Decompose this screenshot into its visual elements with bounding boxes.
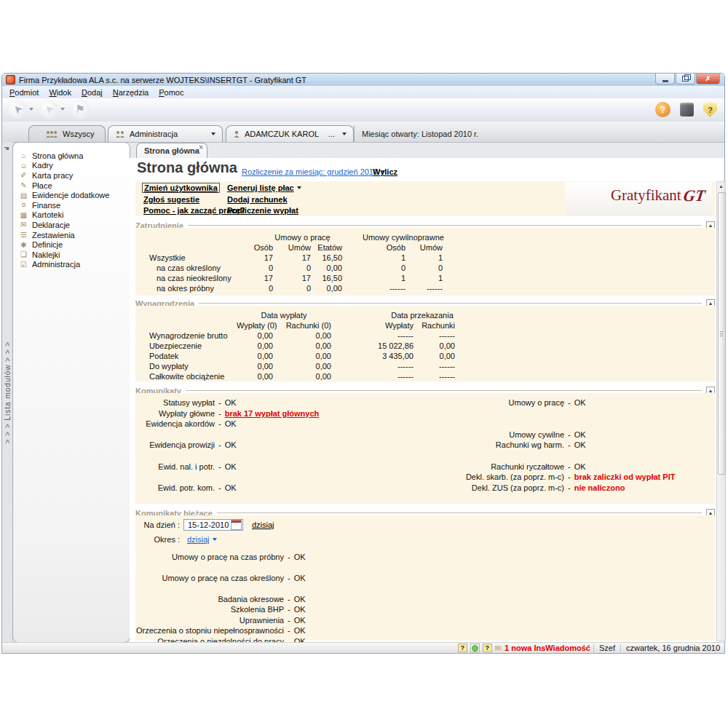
salaries-value: 0,00: [237, 361, 273, 371]
message-value: OK: [574, 397, 586, 408]
scroll-up-icon[interactable]: ▲: [717, 182, 725, 191]
date-input[interactable]: 15-12-2010: [183, 519, 243, 531]
calendar-icon[interactable]: [231, 520, 242, 530]
menu-item-narzdzia[interactable]: Narzędzia: [108, 87, 154, 98]
sidebar-item-finanse[interactable]: ¤Finanse: [13, 200, 130, 210]
sidebar-item-kadry[interactable]: ☺Kadry: [13, 161, 130, 171]
sidebar-item-label: Karta pracy: [32, 171, 73, 180]
place-icon: ✎: [19, 181, 28, 189]
payout-summary-link[interactable]: Podliczenie wypłat: [227, 206, 298, 215]
today-link[interactable]: dzisiaj: [252, 521, 274, 529]
titlebar[interactable]: Firma Przykładowa ALA s.c. na serwerze W…: [2, 74, 724, 86]
menu-item-pomoc[interactable]: Pomoc: [154, 87, 188, 98]
module-list: ⌂Strona główna☺Kadry✐Karta pracy✎Płace▤E…: [13, 143, 130, 269]
employment-column-header: Umów: [273, 242, 311, 253]
tab-adamczuk-karol[interactable]: ADAMCZUK KAROL ...: [226, 125, 354, 142]
help-status-button[interactable]: ?: [458, 644, 467, 652]
salaries-value: ------: [331, 371, 414, 381]
menu-item-podmiot[interactable]: Podmiot: [5, 87, 43, 98]
close-button[interactable]: ✗: [696, 74, 720, 84]
tab-strona-glowna-document[interactable]: Strona główna ×: [136, 143, 207, 158]
employment-value: ------: [405, 283, 443, 293]
sidebar-item-karta-pracy[interactable]: ✐Karta pracy: [13, 170, 130, 181]
sidebar-item-place[interactable]: ✎Płace: [13, 181, 130, 191]
salaries-group-header: Data wypłaty: [237, 310, 331, 320]
employment-value: 17: [244, 273, 273, 283]
message-row: Dekl. skarb. (za poprz. m-c)-brak zalicz…: [427, 472, 675, 483]
menu-item-widok[interactable]: Widok: [44, 87, 76, 98]
module-strip[interactable]: ☚ > > > Lista modułów > > >: [3, 142, 13, 643]
spacer: [145, 430, 319, 440]
connection-status-button[interactable]: [470, 644, 480, 652]
salaries-value: 3 435,00: [331, 351, 414, 361]
generate-payroll-link[interactable]: Generuj listę płac: [227, 183, 301, 192]
document-tab-label: Strona główna: [144, 146, 199, 155]
pointer-hand-icon: ☚: [4, 145, 9, 152]
send-arrow-button[interactable]: ➤: [39, 100, 58, 119]
message-value: OK: [225, 462, 237, 472]
salaries-value: ------: [414, 371, 455, 381]
salaries-value: ------: [331, 331, 414, 341]
dropdown-arrow-icon[interactable]: [342, 132, 347, 135]
vertical-scrollbar[interactable]: ▲: [716, 181, 726, 641]
open-arrow-button[interactable]: ➤: [8, 100, 27, 119]
current-message-row: Badania okresowe-OK: [135, 594, 306, 604]
employment-row-label: na czas określony: [149, 263, 244, 273]
sidebar-item-deklaracje[interactable]: ✉Deklaracje: [13, 220, 130, 230]
salaries-value: 0,00: [273, 371, 331, 381]
period-link[interactable]: dzisiaj: [187, 535, 217, 544]
home-page: Strona główna Rozliczenie za miesiąc: gr…: [130, 158, 724, 643]
employment-group-header: Umowy o pracę: [244, 232, 342, 242]
sidebar-item-strona-glowna[interactable]: ⌂Strona główna: [13, 151, 130, 161]
shield-question-icon[interactable]: ?: [703, 102, 717, 117]
more-button[interactable]: ...: [328, 130, 335, 138]
messages-left-column: Statusy wypłat-OKWypłaty główne-brak 17 …: [145, 397, 319, 493]
add-bill-link[interactable]: Dodaj rachunek: [227, 195, 288, 204]
help-sphere-icon[interactable]: ?: [655, 102, 670, 117]
scrollbar-thumb[interactable]: [718, 192, 726, 475]
settlement-month-link[interactable]: Rozliczenie za miesiąc: grudzień 2010: [242, 167, 385, 176]
restore-button[interactable]: [676, 74, 695, 84]
sidebar-item-definicje[interactable]: ✱Definicje: [13, 240, 130, 250]
envelope-icon[interactable]: ✉: [495, 644, 502, 653]
dropdown-arrow-icon[interactable]: [60, 108, 65, 111]
sidebar-item-administracja[interactable]: ☑Administracja: [13, 260, 130, 270]
salaries-table: Data wypłatyData przekazaniaWypłaty (0)R…: [135, 306, 715, 381]
help-status-button-2[interactable]: ?: [483, 644, 492, 652]
sidebar-item-kartoteki[interactable]: ▦Kartoteki: [13, 210, 130, 221]
sidebar-item-label: Kartoteki: [32, 210, 63, 219]
message-value[interactable]: brak 17 wypłat głównych: [225, 408, 320, 419]
sidebar-item-naklejki[interactable]: ❏Naklejki: [13, 250, 130, 260]
new-message-link[interactable]: 1 nowa InsWiadomość: [505, 644, 590, 652]
change-user-link[interactable]: Zmień użytkownika: [142, 183, 220, 193]
dropdown-arrow-icon[interactable]: [29, 108, 33, 111]
calculate-link[interactable]: Wylicz: [373, 167, 397, 176]
message-row: Rachunki wg harm.-OK: [427, 440, 675, 451]
salaries-column-header: Wypłaty (0): [237, 320, 273, 331]
sidebar-item-zestawienia[interactable]: ☰Zestawienia: [13, 230, 130, 240]
minimize-button[interactable]: [655, 74, 675, 84]
current-message-label: Umowy o pracę na czas próbny: [135, 552, 284, 562]
message-row: Umowy o pracę-OK: [427, 397, 675, 408]
tab-administracja[interactable]: Administracja: [108, 125, 223, 142]
salaries-column-header: Wypłaty: [331, 320, 414, 331]
current-message-value: OK: [294, 552, 306, 562]
message-separator: -: [218, 483, 221, 494]
close-tab-icon[interactable]: ×: [199, 143, 203, 151]
message-separator: -: [218, 419, 221, 430]
message-value: OK: [225, 483, 237, 494]
flag-button[interactable]: ⚑: [71, 100, 90, 119]
messages-panel: Statusy wypłat-OKWypłaty główne-brak 17 …: [135, 393, 715, 504]
ewidencje-dodatkowe-icon: ▤: [19, 191, 28, 199]
message-value: OK: [574, 430, 586, 440]
spacer: [145, 451, 319, 462]
cube-icon[interactable]: [680, 103, 694, 116]
logo-gt-text: GT: [682, 186, 706, 205]
question-icon: ?: [461, 644, 465, 652]
dropdown-arrow-icon[interactable]: [211, 132, 215, 135]
menu-item-dodaj[interactable]: Dodaj: [77, 87, 107, 98]
suggest-link[interactable]: Zgłoś sugestie: [143, 195, 199, 204]
sidebar-item-ewidencje-dodatkowe[interactable]: ▤Ewidencje dodatkowe: [13, 190, 130, 200]
salaries-value: 0,00: [237, 351, 273, 361]
tab-wszyscy[interactable]: Wszyscy: [28, 125, 106, 142]
